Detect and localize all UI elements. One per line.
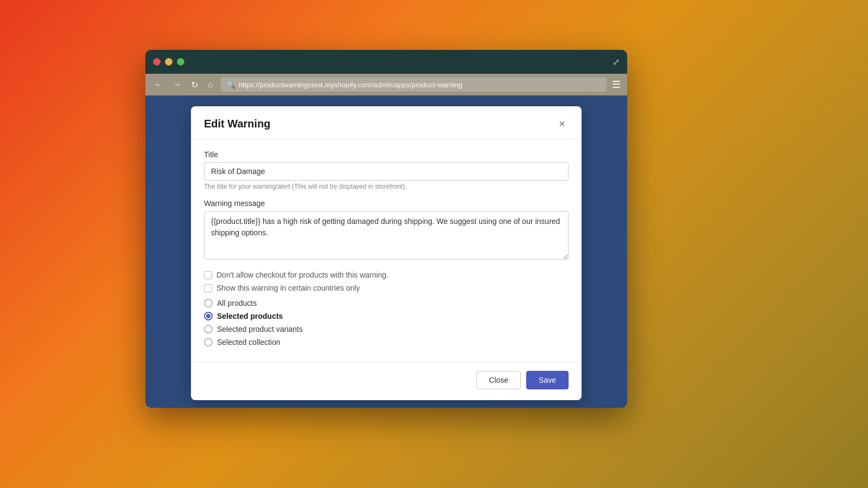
modal-overlay: Edit Warning × Title The title for your … xyxy=(145,101,627,408)
search-icon: 🔍 xyxy=(226,80,235,89)
all-products-radio[interactable] xyxy=(204,299,213,307)
save-button[interactable]: Save xyxy=(526,371,569,389)
traffic-light-red[interactable] xyxy=(153,58,161,66)
message-textarea[interactable]: {{product.title}} has a high risk of get… xyxy=(204,211,569,260)
back-button[interactable]: ← xyxy=(152,79,165,91)
modal-header: Edit Warning × xyxy=(191,106,582,139)
modal-footer: Close Save xyxy=(191,362,582,400)
modal-title: Edit Warning xyxy=(204,118,271,130)
modal-close-button[interactable]: × xyxy=(556,117,569,130)
forward-button[interactable]: → xyxy=(170,79,183,91)
traffic-light-green[interactable] xyxy=(177,58,184,66)
radio-selected-variants: Selected product variants xyxy=(204,325,569,333)
modal-body: Title The title for your warning/alert (… xyxy=(191,139,582,362)
expand-icon[interactable]: ⤢ xyxy=(612,57,620,67)
no-checkout-checkbox[interactable] xyxy=(204,271,212,279)
home-button[interactable]: ⌂ xyxy=(206,79,215,91)
countries-checkbox[interactable] xyxy=(204,284,212,292)
no-checkout-label[interactable]: Don't allow checkout for products with t… xyxy=(216,271,388,279)
traffic-light-yellow[interactable] xyxy=(165,58,173,66)
selected-products-radio[interactable] xyxy=(204,312,213,320)
title-hint: The title for your warning/alert (This w… xyxy=(204,183,569,190)
title-form-group: Title The title for your warning/alert (… xyxy=(204,150,569,190)
selected-products-label[interactable]: Selected products xyxy=(217,312,283,320)
selected-variants-label[interactable]: Selected product variants xyxy=(217,325,303,333)
browser-toolbar: ← → ↻ ⌂ 🔍 https://productwarningstest.my… xyxy=(145,74,627,95)
checkbox-countries: Show this warning in certain countries o… xyxy=(204,284,569,292)
radio-selected-products: Selected products xyxy=(204,312,569,320)
close-button[interactable]: Close xyxy=(476,371,521,389)
reload-button[interactable]: ↻ xyxy=(189,79,200,91)
edit-warning-modal: Edit Warning × Title The title for your … xyxy=(191,106,582,400)
checkbox-no-checkout: Don't allow checkout for products with t… xyxy=(204,271,569,279)
browser-titlebar: ⤢ xyxy=(145,50,627,74)
selected-collection-label[interactable]: Selected collection xyxy=(217,338,280,346)
countries-label[interactable]: Show this warning in certain countries o… xyxy=(216,284,360,292)
selected-variants-radio[interactable] xyxy=(204,325,213,333)
url-text: https://productwarningstest.myshopify.co… xyxy=(239,81,462,89)
address-bar[interactable]: 🔍 https://productwarningstest.myshopify.… xyxy=(221,78,607,92)
menu-icon[interactable]: ☰ xyxy=(612,79,621,91)
title-label: Title xyxy=(204,150,569,159)
browser-window: ⤢ ← → ↻ ⌂ 🔍 https://productwarningstest.… xyxy=(145,50,627,408)
message-form-group: Warning message {{product.title}} has a … xyxy=(204,199,569,262)
radio-selected-collection: Selected collection xyxy=(204,338,569,346)
all-products-label[interactable]: All products xyxy=(217,299,257,307)
message-label: Warning message xyxy=(204,199,569,208)
selected-collection-radio[interactable] xyxy=(204,338,213,346)
radio-all-products: All products xyxy=(204,299,569,307)
title-input[interactable] xyxy=(204,162,569,181)
radio-group: All products Selected products Selected … xyxy=(204,299,569,346)
browser-content: Edit Warning × Title The title for your … xyxy=(145,95,627,408)
